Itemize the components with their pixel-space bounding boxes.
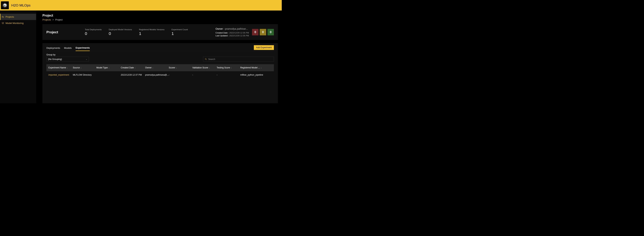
chevron-right-icon: > bbox=[52, 18, 54, 21]
sort-down-icon: ↓ bbox=[80, 67, 82, 69]
tab-experiments[interactable]: Experiments bbox=[76, 45, 90, 51]
stat-label: Experiment Count bbox=[172, 28, 188, 31]
stat-value: 1 bbox=[139, 31, 164, 36]
cell-validation: - bbox=[190, 74, 215, 76]
stat-experiment-count: Experiment Count 1 bbox=[172, 28, 188, 36]
meta-created-label: Created Date : bbox=[216, 32, 229, 34]
stat-label: Deployed Model Versions bbox=[109, 28, 132, 31]
sort-down-icon: ↓ bbox=[134, 67, 136, 69]
groupby-label: Group by bbox=[46, 53, 89, 56]
search-box[interactable] bbox=[203, 57, 274, 61]
sidebar: Projects Model Monitoring bbox=[0, 11, 36, 103]
svg-point-6 bbox=[205, 58, 206, 59]
stat-value: 0 bbox=[109, 31, 132, 36]
stat-label: Registered Models Versions bbox=[139, 28, 164, 31]
stat-total-deployments: Total Deployments 0 bbox=[85, 28, 102, 36]
cell-experiment-name[interactable]: imported_experiment bbox=[46, 74, 71, 76]
meta-updated-label: Last Updated : bbox=[216, 34, 229, 37]
svg-rect-5 bbox=[2, 23, 4, 24]
sidebar-item-label: Model Monitoring bbox=[6, 22, 24, 25]
cell-registered: mlflow_python_pipeline bbox=[238, 74, 274, 76]
tab-models[interactable]: Models bbox=[64, 45, 72, 51]
meta-block: Owner : pramodya.pathiran... Created Dat… bbox=[216, 27, 249, 37]
table-row[interactable]: imported_experiment MLFLOW Directory 202… bbox=[46, 71, 274, 78]
chevron-down-icon: ⌄ bbox=[86, 58, 87, 60]
search-input[interactable] bbox=[208, 58, 272, 60]
experiments-table: Experiment Name↓ Source↓ Model Type↓ Cre… bbox=[46, 64, 274, 78]
cell-source: MLFLOW Directory bbox=[71, 74, 94, 76]
meta-updated: Last Updated : 2022/12/28 12:35 PM bbox=[216, 34, 249, 37]
tab-panel: Deployments Models Experiments Add Exper… bbox=[42, 43, 278, 103]
tab-deployments[interactable]: Deployments bbox=[46, 45, 60, 51]
col-created-date[interactable]: Created Date↓ bbox=[119, 66, 143, 69]
breadcrumb-root[interactable]: Projects bbox=[42, 18, 51, 21]
monitor-icon bbox=[2, 22, 4, 24]
col-model-type[interactable]: Model Type↓ bbox=[94, 66, 119, 69]
breadcrumb: Projects > Project bbox=[42, 18, 278, 21]
cell-created: 2022/12/28 12:37 PM bbox=[119, 74, 143, 76]
sort-down-icon: ↓ bbox=[209, 67, 210, 69]
cell-testing: - bbox=[214, 74, 238, 76]
stat-value: 0 bbox=[85, 31, 102, 36]
tile-error[interactable]: 0 bbox=[252, 29, 258, 35]
summary-title: Project bbox=[46, 30, 58, 34]
page-title: Project bbox=[42, 14, 278, 17]
tile-warning[interactable]: 0 bbox=[260, 29, 266, 35]
cube-icon bbox=[2, 3, 8, 8]
col-scorer[interactable]: Scorer↓ bbox=[167, 66, 190, 69]
meta-created-value: 2022/12/28 12:35 PM bbox=[229, 32, 249, 34]
app-title: H2O MLOps bbox=[11, 3, 30, 7]
meta-created: Created Date : 2022/12/28 12:35 PM bbox=[216, 32, 249, 34]
stat-deployed-model-versions: Deployed Model Versions 0 bbox=[109, 28, 132, 36]
meta-updated-value: 2022/12/28 12:35 PM bbox=[229, 34, 249, 37]
groupby-select[interactable]: (No Grouping) ⌄ bbox=[46, 57, 89, 61]
stat-registered-model-versions: Registered Models Versions 1 bbox=[139, 28, 164, 36]
cell-scorer: - bbox=[167, 74, 190, 76]
status-tiles: 0 0 0 bbox=[252, 29, 274, 35]
cell-owner: pramodya.pathirana@... bbox=[143, 74, 166, 76]
table-header: Experiment Name↓ Source↓ Model Type↓ Cre… bbox=[46, 64, 274, 71]
stat-value: 1 bbox=[172, 31, 188, 36]
search-icon bbox=[205, 58, 207, 60]
groupby-value: (No Grouping) bbox=[48, 58, 62, 60]
summary-card: Project Total Deployments 0 Deployed Mod… bbox=[42, 24, 278, 40]
meta-owner: Owner : pramodya.pathiran... bbox=[216, 27, 249, 30]
sort-down-icon: ↓ bbox=[108, 67, 110, 69]
col-experiment-name[interactable]: Experiment Name↓ bbox=[46, 66, 71, 69]
breadcrumb-current: Project bbox=[55, 18, 62, 21]
add-experiment-button[interactable]: Add Experiment bbox=[254, 45, 274, 50]
col-validation-score[interactable]: Validation Score↓ bbox=[190, 66, 215, 69]
col-registered-model[interactable]: Registered Model ...↓ bbox=[238, 66, 274, 69]
sort-down-icon: ↓ bbox=[152, 67, 153, 69]
sidebar-item-projects[interactable]: Projects bbox=[0, 14, 36, 20]
meta-owner-label: Owner : bbox=[216, 27, 224, 30]
sort-down-icon: ↓ bbox=[231, 67, 232, 69]
sort-down-icon: ↓ bbox=[261, 67, 262, 69]
sort-down-icon: ↓ bbox=[176, 67, 177, 69]
sidebar-item-model-monitoring[interactable]: Model Monitoring bbox=[0, 20, 36, 26]
app-logo bbox=[1, 1, 9, 9]
tab-bar: Deployments Models Experiments Add Exper… bbox=[46, 45, 274, 51]
stat-label: Total Deployments bbox=[85, 28, 102, 31]
col-owner[interactable]: Owner↓ bbox=[143, 66, 166, 69]
folder-open-icon bbox=[2, 16, 4, 18]
sort-down-icon: ↓ bbox=[67, 67, 68, 69]
sidebar-item-label: Projects bbox=[6, 16, 14, 18]
main: Project Projects > Project Project Total… bbox=[36, 11, 282, 103]
topbar: H2O MLOps bbox=[0, 0, 282, 11]
tile-ok[interactable]: 0 bbox=[268, 29, 274, 35]
col-source[interactable]: Source↓ bbox=[71, 66, 94, 69]
meta-owner-value: pramodya.pathiran... bbox=[225, 27, 248, 30]
col-testing-score[interactable]: Testing Score↓ bbox=[214, 66, 238, 69]
